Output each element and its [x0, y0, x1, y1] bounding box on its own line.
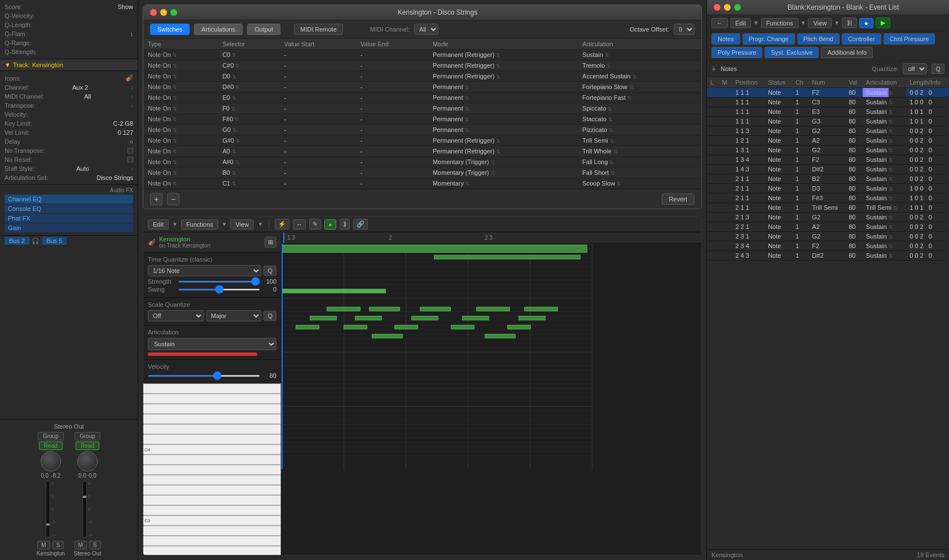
piano-key-white[interactable]: [143, 505, 281, 515]
maximize-btn[interactable]: [170, 9, 177, 16]
pr-cursor-btn[interactable]: ✎: [309, 219, 321, 230]
output-tab[interactable]: Output: [247, 24, 280, 35]
piano-roll-grid[interactable]: 1 3 2 2 3: [282, 232, 701, 555]
track-collapse-icon[interactable]: ▼: [5, 61, 11, 68]
solo-btn-2[interactable]: S: [89, 541, 101, 549]
switches-row[interactable]: Note On ⇅ E0 ⇅ - - Permanent ⇅ Fortepian…: [143, 92, 701, 103]
console-eq-btn[interactable]: Console EQ: [5, 204, 133, 213]
no-transpose-checkbox[interactable]: [128, 148, 133, 153]
el-minimize-btn[interactable]: [724, 4, 731, 11]
piano-key-white[interactable]: [143, 465, 281, 475]
switches-row[interactable]: Note On ⇅ F#0 ⇅ - - Permanent ⇅ Staccato…: [143, 114, 701, 125]
event-row[interactable]: 1 1 3 Note 1 G2 80 Sustain ⇅ 0 0 2 0: [707, 126, 949, 136]
pr-arrow-btn[interactable]: ↔: [293, 219, 306, 230]
read-btn-1[interactable]: Read: [39, 442, 63, 450]
region-expand-btn[interactable]: ⊞: [265, 237, 276, 248]
scale-apply-btn[interactable]: Q: [263, 311, 276, 321]
knob-1[interactable]: [41, 451, 61, 471]
switches-row[interactable]: Note On ⇅ C#0 ⇅ - - Permanent (Retrigger…: [143, 60, 701, 71]
articulation-select[interactable]: Sustain: [148, 338, 276, 350]
syst-exclusive-btn[interactable]: Syst. Exclusive: [765, 47, 819, 58]
switches-row[interactable]: Note On ⇅ C0 ⇅ - - Permanent (Retrigger)…: [143, 50, 701, 60]
piano-key-white[interactable]: [143, 434, 281, 444]
phat-fx-btn[interactable]: Phat FX: [5, 214, 133, 223]
pr-edit-btn[interactable]: Edit: [148, 219, 169, 230]
midi-channel-select[interactable]: All: [414, 24, 438, 35]
switches-row[interactable]: Note On ⇅ G0 ⇅ - - Permanent ⇅ Pizzicato…: [143, 125, 701, 135]
octave-offset-select[interactable]: 0: [674, 24, 695, 35]
pitch-bend-btn[interactable]: Pitch Bend: [797, 33, 840, 45]
articulation-set-value[interactable]: Disco Strings: [96, 174, 133, 181]
piano-key-white[interactable]: [143, 455, 281, 465]
switches-row[interactable]: Note On ⇅ F0 ⇅ - - Permanent ⇅ Spiccato …: [143, 103, 701, 114]
pr-midi-btn[interactable]: ⟫: [340, 219, 350, 230]
piano-key-white[interactable]: [143, 526, 281, 536]
pr-record-btn[interactable]: ●: [324, 219, 336, 230]
piano-key-white[interactable]: [143, 414, 281, 424]
articulations-tab[interactable]: Articulations: [194, 24, 243, 35]
knob-2[interactable]: [77, 451, 98, 471]
scale-major-select[interactable]: Major: [206, 310, 262, 321]
mute-btn-2[interactable]: M: [74, 541, 87, 549]
close-btn[interactable]: [150, 9, 157, 16]
el-play-btn[interactable]: ▶: [876, 17, 890, 28]
el-view-btn[interactable]: View: [808, 18, 832, 28]
event-row[interactable]: 2 4 3 Note 1 D#2 80 Sustain ⇅ 0 0 2 0: [707, 251, 949, 261]
controller-btn[interactable]: Controller: [842, 33, 881, 45]
progr-change-btn[interactable]: Progr. Change: [742, 33, 795, 45]
pr-link-btn[interactable]: 🔗: [353, 219, 368, 230]
strength-slider[interactable]: [178, 281, 260, 283]
el-record-btn[interactable]: ●: [859, 18, 873, 28]
chnl-pressure-btn[interactable]: Chnl Pressure: [884, 33, 935, 45]
mute-btn-1[interactable]: M: [37, 541, 50, 549]
notes-type-btn[interactable]: Notes: [711, 33, 740, 45]
switches-row[interactable]: Note On ⇅ D0 ⇅ - - Permanent (Retrigger)…: [143, 71, 701, 82]
event-row[interactable]: 2 1 3 Note 1 G2 80 Sustain ⇅ 0 0 2 0: [707, 213, 949, 222]
event-row[interactable]: 1 2 1 Note 1 A2 80 Sustain ⇅ 0 0 2 0: [707, 136, 949, 145]
piano-key-white[interactable]: [143, 475, 281, 485]
switches-row[interactable]: Note On ⇅ B0 ⇅ - - Momentary (Trigger) ⇅…: [143, 167, 701, 178]
midi-channel-value[interactable]: All: [84, 93, 91, 100]
piano-key-white[interactable]: C4: [143, 444, 281, 455]
gain-btn[interactable]: Gain: [5, 223, 133, 232]
add-event-icon[interactable]: +: [711, 64, 716, 73]
quantize-off-select[interactable]: off: [903, 63, 927, 74]
revert-btn[interactable]: Revert: [662, 193, 695, 205]
velocity-slider[interactable]: [148, 375, 260, 377]
switches-row[interactable]: Note On ⇅ A0 ⇅ - - Permanent (Retrigger)…: [143, 146, 701, 157]
no-reset-checkbox[interactable]: [128, 157, 133, 162]
piano-key-white[interactable]: [143, 424, 281, 434]
piano-key-white[interactable]: [143, 383, 281, 394]
piano-key-white[interactable]: [143, 485, 281, 495]
el-midi-btn[interactable]: ⟫|: [842, 17, 857, 28]
read-btn-2[interactable]: Read: [76, 442, 99, 450]
switches-tab[interactable]: Switches: [150, 24, 190, 35]
staff-style-value[interactable]: Auto: [76, 165, 89, 172]
el-functions-btn[interactable]: Functions: [761, 18, 798, 28]
el-edit-btn[interactable]: Edit: [730, 18, 751, 28]
piano-key-white[interactable]: [143, 536, 281, 546]
add-switch-btn[interactable]: +: [150, 193, 162, 205]
piano-key-white[interactable]: C3: [143, 515, 281, 526]
event-row[interactable]: 2 3 4 Note 1 F2 80 Sustain ⇅ 0 0 2 0: [707, 241, 949, 251]
bus2-btn[interactable]: Bus 2: [5, 237, 29, 245]
additional-info-btn[interactable]: Additional Info: [821, 47, 873, 58]
event-row[interactable]: 1 1 1 Note 1 E3 80 Sustain ⇅ 1 0 1 0: [707, 107, 949, 117]
solo-btn-1[interactable]: S: [52, 541, 64, 549]
event-row[interactable]: 1 4 3 Note 1 D#2 80 Sustain ⇅ 0 0 2 0: [707, 165, 949, 174]
event-row[interactable]: 1 3 4 Note 1 F2 80 Sustain ⇅ 0 0 2 0: [707, 155, 949, 165]
piano-key-white[interactable]: [143, 404, 281, 414]
group-btn-1[interactable]: Group: [38, 432, 64, 440]
switches-row[interactable]: Note On ⇅ D#0 ⇅ - - Permanent ⇅ Fortepia…: [143, 82, 701, 92]
event-row[interactable]: 2 1 1 Note 1 D3 80 Sustain ⇅ 1 0 0 0: [707, 184, 949, 193]
switches-row[interactable]: Note On ⇅ A#0 ⇅ - - Momentary (Trigger) …: [143, 157, 701, 167]
bus5-btn[interactable]: Bus 5: [42, 237, 67, 245]
remove-switch-btn[interactable]: −: [167, 193, 179, 205]
piano-key-white[interactable]: [143, 546, 281, 555]
scale-off-select[interactable]: Off: [148, 310, 204, 321]
event-row[interactable]: 2 3 1 Note 1 G2 80 Sustain ⇅ 0 0 2 0: [707, 232, 949, 241]
pr-view-btn[interactable]: View: [230, 219, 254, 230]
poly-pressure-btn[interactable]: Poly Pressure: [711, 47, 762, 58]
event-row[interactable]: 2 1 1 Note 1 B2 80 Sustain ⇅ 0 0 2 0: [707, 174, 949, 184]
event-row[interactable]: 1 1 1 Note 1 C3 80 Sustain ⇅ 1 0 0 0: [707, 98, 949, 107]
